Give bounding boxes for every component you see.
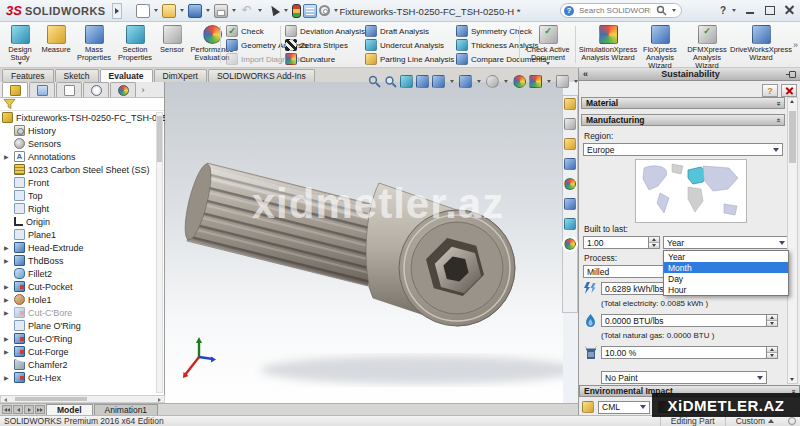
tab-property-manager[interactable] [29,82,55,97]
minimize-icon[interactable] [741,3,758,17]
scroll-up-icon[interactable] [790,100,794,103]
method-select[interactable]: CML [598,401,650,414]
option-month[interactable]: Month [664,262,788,273]
tree-item-fillet2[interactable]: Fillet2 [0,267,164,280]
tree-item-right-plane[interactable]: Right [0,202,164,215]
duration-select[interactable]: Year [663,236,789,249]
tab-configuration-manager[interactable] [56,82,82,97]
view-settings-icon[interactable] [556,75,569,88]
tree-vertical-scrollbar[interactable] [156,112,163,393]
graphics-viewport[interactable]: xidmetler.az [165,82,563,403]
tree-item-sensors[interactable]: Sensors [0,137,164,150]
scroll-down-icon[interactable] [790,378,794,381]
parting-line-analysis-button[interactable]: Parting Line Analysis [365,52,454,66]
material-section-header[interactable]: Material [581,97,785,109]
tree-item-top-plane[interactable]: Top [0,189,164,202]
tree-item-cut-oring[interactable]: Cut-O'Ring [0,332,164,345]
restore-icon[interactable] [761,3,778,17]
print-icon[interactable] [214,4,228,18]
last-tab-icon[interactable] [35,405,45,414]
panel-help-icon[interactable] [762,84,778,97]
mass-properties-button[interactable]: Mass Properties [74,22,114,67]
view-settings-caret-icon[interactable] [574,80,578,83]
paint-select[interactable]: No Paint [601,371,767,384]
tabs-overflow-icon[interactable] [137,82,149,97]
design-study-button[interactable]: Design Study [2,22,38,67]
tree-item-chamfer2[interactable]: Chamfer2 [0,358,164,371]
expand-section-icon[interactable] [776,99,780,108]
section-properties-button[interactable]: Section Properties [114,22,156,67]
expand-arrow-icon[interactable] [4,348,11,355]
tab-solidworks-addins[interactable]: SOLIDWORKS Add-Ins [208,69,315,82]
custom-properties-icon[interactable] [564,198,576,210]
tab-dimxpert[interactable]: DimXpert [154,69,207,82]
panel-close-icon[interactable] [781,84,797,97]
open-icon[interactable] [162,4,176,18]
tab-dimxpert-manager[interactable] [83,82,109,97]
previous-view-icon[interactable] [400,75,413,88]
hide-show-items-icon[interactable] [486,75,499,88]
tree-item-cut-pocket[interactable]: Cut-Pocket [0,280,164,293]
view-palette-icon[interactable] [564,158,576,170]
hide-show-caret-icon[interactable] [504,80,508,83]
expand-arrow-icon[interactable] [4,257,11,264]
check-active-document-button[interactable]: Check Active Document [523,22,573,67]
tree-item-material[interactable]: 1023 Carbon Steel Sheet (SS) [0,163,164,176]
scrollbar-thumb[interactable] [15,397,87,401]
search-icon[interactable] [656,5,667,16]
solidworks-resources-icon[interactable] [564,98,576,110]
deviation-analysis-button[interactable]: Deviation Analysis [285,24,365,38]
curvature-button[interactable]: Curvature [285,52,365,66]
open-caret-icon[interactable] [180,9,184,12]
expand-arrow-icon[interactable] [4,153,11,160]
menu-flyout-arrow-icon[interactable] [112,3,122,19]
tab-animation1[interactable]: Animation1 [94,404,159,415]
option-day[interactable]: Day [664,273,788,284]
screw-3d-model[interactable] [165,82,563,403]
built-to-last-input[interactable]: 1.00 [583,236,649,249]
tree-item-history[interactable]: History [0,124,164,137]
undercut-analysis-button[interactable]: Undercut Analysis [365,38,454,52]
tree-item-cut-forge[interactable]: Cut-Forge [0,345,164,358]
filter-funnel-icon[interactable] [3,98,16,110]
new-document-icon[interactable] [136,4,150,18]
tab-model[interactable]: Model [46,404,93,415]
tab-evaluate[interactable]: Evaluate [100,69,153,82]
measure-button[interactable]: Measure [38,22,74,67]
floxpress-wizard-button[interactable]: FloXpress Analysis Wizard [637,22,683,67]
select-cursor-icon[interactable] [266,4,280,18]
pin-icon[interactable] [789,71,796,78]
apply-scene-icon[interactable] [529,75,542,88]
manufacturing-section-header[interactable]: Manufacturing [581,114,785,126]
collapse-section-icon[interactable] [776,116,780,125]
draft-analysis-button[interactable]: Draft Analysis [365,24,454,38]
scroll-left-icon[interactable] [4,398,7,402]
appearances-scenes-icon[interactable] [564,178,576,190]
help-menu-icon[interactable] [720,5,727,16]
tab-display-manager[interactable] [110,82,136,97]
apply-scene-caret-icon[interactable] [547,80,551,83]
region-select[interactable]: Europe [583,143,783,156]
search-box[interactable] [560,3,682,18]
tree-item-thdboss[interactable]: ThdBoss [0,254,164,267]
close-icon[interactable] [781,3,798,17]
tree-item-hole1[interactable]: Hole1 [0,293,164,306]
expand-arrow-icon[interactable] [4,309,11,316]
scrap-rate-input[interactable]: 10.00 % [601,346,767,359]
tree-item-origin[interactable]: Origin [0,215,164,228]
scrap-rate-spinner[interactable] [767,346,778,359]
built-to-last-spinner[interactable] [649,236,660,249]
tab-sketch[interactable]: Sketch [55,69,99,82]
tree-horizontal-scrollbar[interactable] [0,395,165,403]
help-caret-icon[interactable] [732,9,736,12]
tree-item-front-plane[interactable]: Front [0,176,164,189]
tree-item-plane-oring[interactable]: Plane O'Ring [0,319,164,332]
tree-item-head-extrude[interactable]: Head-Extrude [0,241,164,254]
scrollbar-thumb[interactable] [789,111,796,163]
display-style-icon[interactable] [459,75,472,88]
panel-scrollbar[interactable] [787,97,798,384]
next-tab-icon[interactable] [24,405,34,414]
zoom-fit-icon[interactable] [368,75,381,88]
save-icon[interactable] [188,4,202,18]
natural-gas-spinner[interactable] [767,314,778,327]
